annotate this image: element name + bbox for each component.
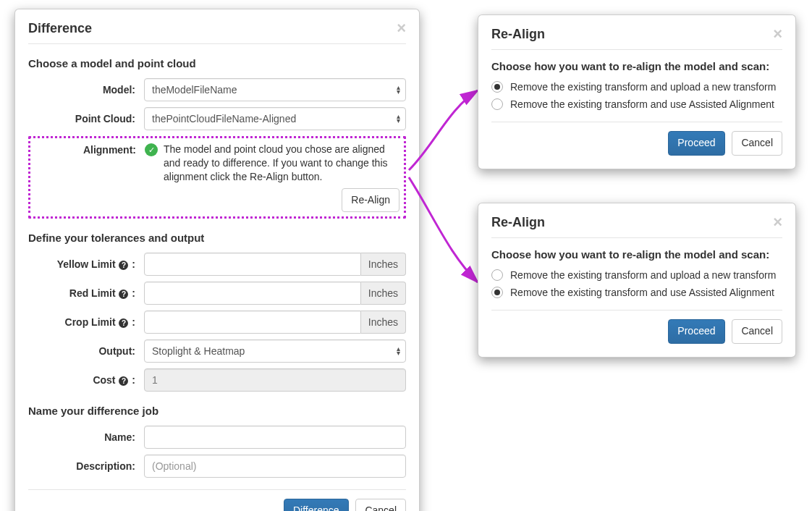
close-icon[interactable]: ×: [397, 20, 406, 36]
model-label: Model:: [28, 84, 144, 96]
difference-button[interactable]: Difference: [284, 499, 349, 511]
modal-footer: Proceed Cancel: [491, 122, 782, 156]
realign-heading: Choose how you want to re-align the mode…: [491, 248, 782, 261]
help-icon[interactable]: ?: [119, 376, 128, 386]
description-input[interactable]: [144, 455, 406, 478]
modal-title: Re-Align: [491, 215, 545, 230]
point-cloud-select[interactable]: thePointCloudFileName-Aligned: [144, 107, 406, 130]
description-label: Description:: [28, 460, 144, 472]
help-icon[interactable]: ?: [119, 261, 128, 270]
radio-assisted-alignment[interactable]: Remove the existing transform and use As…: [491, 287, 782, 298]
name-label: Name:: [28, 431, 144, 443]
realign-heading: Choose how you want to re-align the mode…: [491, 60, 782, 72]
cancel-button[interactable]: Cancel: [732, 131, 782, 156]
unit-addon: Inches: [361, 282, 406, 305]
proceed-button[interactable]: Proceed: [668, 319, 724, 344]
cancel-button[interactable]: Cancel: [732, 319, 782, 344]
modal-header: Difference ×: [28, 20, 406, 44]
check-circle-icon: ✓: [145, 143, 158, 156]
modal-footer: Proceed Cancel: [491, 310, 782, 344]
radio-upload-transform[interactable]: Remove the existing transform and upload…: [491, 269, 782, 281]
realign-button[interactable]: Re-Align: [342, 188, 399, 213]
help-icon[interactable]: ?: [119, 290, 128, 299]
radio-icon: [491, 98, 503, 110]
modal-title: Re-Align: [491, 27, 545, 42]
cancel-button[interactable]: Cancel: [355, 499, 406, 511]
yellow-limit-label: Yellow Limit ? :: [28, 258, 144, 270]
alignment-status-text: The model and point cloud you chose are …: [164, 143, 399, 184]
unit-addon: Inches: [361, 253, 406, 276]
cost-label: Cost ? :: [28, 374, 144, 386]
realign-modal-upload: Re-Align × Choose how you want to re-ali…: [478, 14, 796, 169]
radio-assisted-alignment[interactable]: Remove the existing transform and use As…: [491, 98, 782, 110]
section-choose-heading: Choose a model and point cloud: [28, 57, 406, 69]
modal-header: Re-Align ×: [491, 26, 782, 50]
proceed-button[interactable]: Proceed: [668, 131, 724, 156]
radio-icon: [491, 81, 503, 93]
yellow-limit-input[interactable]: [144, 253, 361, 276]
output-label: Output:: [28, 345, 144, 357]
crop-limit-input[interactable]: [144, 311, 361, 334]
radio-icon: [491, 287, 503, 298]
realign-modal-assisted: Re-Align × Choose how you want to re-ali…: [478, 203, 796, 358]
section-tolerances-heading: Define your tolerances and output: [28, 232, 406, 244]
modal-footer: Difference Cancel: [28, 489, 406, 511]
cost-field: [144, 368, 406, 392]
close-icon[interactable]: ×: [773, 214, 782, 230]
alignment-label: Alignment:: [35, 143, 145, 156]
modal-header: Re-Align ×: [491, 214, 782, 238]
alignment-highlight-box: Alignment: ✓ The model and point cloud y…: [28, 136, 406, 219]
output-select[interactable]: Stoplight & Heatmap: [144, 339, 406, 363]
name-input[interactable]: [144, 426, 406, 449]
radio-upload-transform[interactable]: Remove the existing transform and upload…: [491, 81, 782, 93]
red-limit-label: Red Limit ? :: [28, 287, 144, 299]
section-name-heading: Name your difference job: [28, 405, 406, 417]
difference-modal: Difference × Choose a model and point cl…: [14, 9, 420, 511]
radio-icon: [491, 269, 503, 281]
model-select[interactable]: theModelFileName: [144, 78, 406, 101]
red-limit-input[interactable]: [144, 282, 361, 305]
close-icon[interactable]: ×: [773, 26, 782, 42]
modal-title: Difference: [28, 21, 92, 36]
point-cloud-label: Point Cloud:: [28, 113, 144, 124]
crop-limit-label: Crop Limit ? :: [28, 316, 144, 328]
unit-addon: Inches: [361, 311, 406, 334]
help-icon[interactable]: ?: [119, 318, 128, 328]
